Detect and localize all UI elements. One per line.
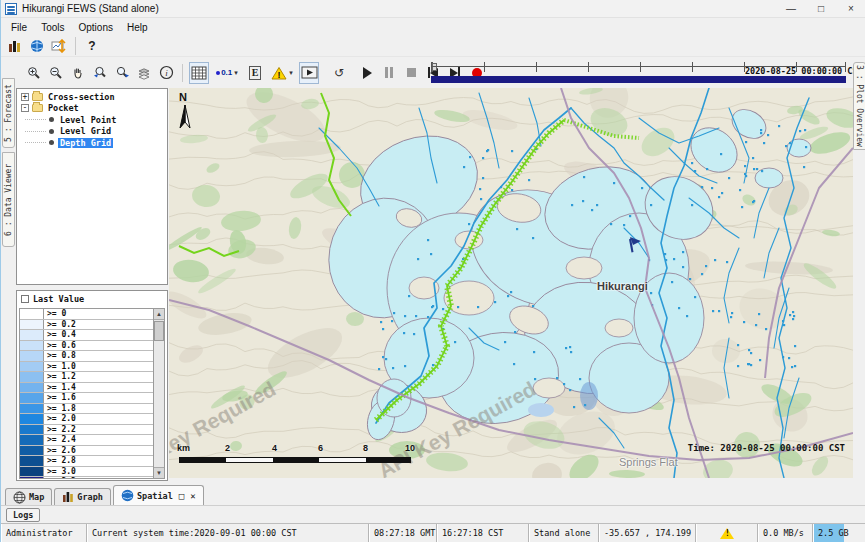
- animation-settings-icon[interactable]: ↺: [329, 62, 349, 84]
- legend-label: >= 0.4: [44, 330, 79, 340]
- legend-row: >= 1.0: [20, 362, 153, 373]
- help-button[interactable]: ?: [82, 35, 102, 57]
- pan-hand-icon[interactable]: [68, 62, 88, 84]
- app-logo-icon: [5, 3, 17, 15]
- tree-item-pocket[interactable]: -Pocket: [17, 103, 167, 115]
- menu-item-tools[interactable]: Tools: [34, 20, 71, 35]
- tree-item-label[interactable]: Depth Grid: [58, 138, 113, 148]
- time-slider-handle[interactable]: [432, 63, 437, 71]
- menu-item-file[interactable]: File: [4, 20, 34, 35]
- tab-forecast[interactable]: 5 : Forecast: [2, 78, 15, 148]
- close-icon[interactable]: ×: [836, 0, 865, 18]
- close-tab-icon[interactable]: ✕: [190, 491, 195, 501]
- timeseries-display-button[interactable]: [49, 35, 69, 57]
- logs-row: Logs: [1, 505, 865, 523]
- legend-swatch: [20, 341, 44, 351]
- tree-item-cross-section[interactable]: +Cross-section: [17, 91, 167, 103]
- zoom-out-icon[interactable]: [46, 62, 66, 84]
- legend-swatch: [20, 362, 44, 372]
- legend-swatch: [20, 372, 44, 382]
- stop-button[interactable]: [401, 62, 421, 84]
- precision-dot-icon: [216, 71, 220, 75]
- collapse-icon[interactable]: -: [21, 104, 29, 112]
- map-canvas[interactable]: [169, 88, 853, 478]
- layers-icon[interactable]: [134, 62, 154, 84]
- legend-label: >= 0: [44, 309, 69, 319]
- warnings-dropdown[interactable]: ! ▾: [267, 62, 297, 84]
- tab-plot-overview[interactable]: 3 : Plot Overview: [853, 62, 865, 150]
- tree-connector: [25, 119, 46, 120]
- legend-row: >= 1.2: [20, 372, 153, 383]
- zoom-previous-icon[interactable]: [90, 62, 110, 84]
- scale-tick-label: 2: [225, 443, 230, 453]
- minimize-icon[interactable]: —: [776, 0, 806, 18]
- pause-button[interactable]: [379, 62, 399, 84]
- tree-item-label[interactable]: Level Grid: [58, 126, 113, 136]
- status-warning[interactable]: [696, 524, 758, 542]
- legend-label: >= 1.2: [44, 372, 79, 382]
- scrollbar-thumb[interactable]: [154, 321, 164, 341]
- legend-scrollbar[interactable]: ▲ ▼: [153, 308, 165, 479]
- tree-item-level-grid[interactable]: Level Grid: [17, 126, 167, 138]
- legend-label: >= 3.0: [44, 467, 79, 477]
- warning-icon: !: [271, 66, 287, 80]
- legend-class-list: >= 0>= 0.2>= 0.4>= 0.6>= 0.8>= 1.0>= 1.2…: [19, 308, 154, 479]
- map-view[interactable]: API Key Required API Key Required N Hiku…: [169, 88, 853, 478]
- display-tabs: Map Graph Spatial □ ✕: [1, 483, 865, 505]
- zoom-in-icon[interactable]: [24, 62, 44, 84]
- tree-item-level-point[interactable]: Level Point: [17, 114, 167, 126]
- tree-item-label[interactable]: Level Point: [58, 115, 118, 125]
- legend-panel: Last Value >= 0>= 0.2>= 0.4>= 0.6>= 0.8>…: [16, 290, 168, 481]
- tab-graph[interactable]: Graph: [54, 488, 111, 505]
- scale-tick-label: 6: [318, 443, 323, 453]
- legend-row: >= 1.4: [20, 383, 153, 394]
- zoom-next-icon[interactable]: [112, 62, 132, 84]
- legend-row: >= 2.4: [20, 435, 153, 446]
- elevation-button[interactable]: E: [245, 62, 265, 84]
- status-local-time: 16:27:18 CST: [437, 524, 529, 542]
- legend-row: >= 0.8: [20, 351, 153, 362]
- map-display-button[interactable]: [27, 35, 47, 57]
- scale-bar: [179, 457, 411, 463]
- legend-row: >= 1.6: [20, 393, 153, 404]
- logs-button[interactable]: Logs: [6, 508, 40, 522]
- tree-item-label[interactable]: Pocket: [46, 103, 81, 113]
- info-icon[interactable]: i: [156, 62, 176, 84]
- wire-globe-icon: [13, 491, 26, 504]
- menu-item-help[interactable]: Help: [120, 20, 155, 35]
- tree-item-depth-grid[interactable]: Depth Grid: [17, 137, 167, 149]
- menu-item-options[interactable]: Options: [71, 20, 119, 35]
- tab-data-viewer[interactable]: 6 : Data Viewer: [2, 152, 15, 247]
- label-precision-dropdown[interactable]: 0.1 ▾: [211, 62, 243, 84]
- scroll-down-icon[interactable]: ▼: [154, 467, 164, 478]
- status-system-time: Current system time:2020-09-01 00:00 CST: [87, 524, 369, 542]
- undock-icon[interactable]: □: [179, 491, 184, 501]
- legend-label: >= 1.0: [44, 362, 79, 372]
- legend-label: >= 3.2: [44, 477, 79, 479]
- svg-text:i: i: [165, 68, 168, 78]
- legend-label: >= 2.4: [44, 435, 79, 445]
- tab-map[interactable]: Map: [5, 488, 52, 505]
- legend-row: >= 3.2: [20, 477, 153, 479]
- node-bullet-icon: [49, 117, 54, 122]
- database-viewer-button[interactable]: [5, 35, 25, 57]
- legend-row: >= 0.4: [20, 330, 153, 341]
- last-value-checkbox[interactable]: [21, 295, 29, 303]
- tree-connector: [25, 142, 46, 143]
- tab-spatial[interactable]: Spatial □ ✕: [113, 485, 204, 505]
- maximize-icon[interactable]: □: [806, 0, 836, 18]
- scroll-up-icon[interactable]: ▲: [154, 309, 164, 320]
- scale-tick-label: 4: [272, 443, 277, 453]
- precision-value: 0.1: [221, 68, 232, 77]
- tree-item-label[interactable]: Cross-section: [46, 92, 117, 102]
- animation-panel-button[interactable]: [299, 62, 319, 84]
- node-bullet-icon: [49, 140, 54, 145]
- status-memory: 2.5 GB: [813, 524, 865, 542]
- expand-icon[interactable]: +: [21, 93, 29, 101]
- grid-display-button[interactable]: [189, 62, 209, 84]
- status-bar: Administrator Current system time:2020-0…: [1, 523, 865, 542]
- application-window: Hikurangi FEWS (Stand alone) — □ × FileT…: [0, 0, 865, 542]
- play-button[interactable]: [357, 62, 377, 84]
- status-download-speed: 0.0 MB/s: [758, 524, 813, 542]
- legend-label: >= 1.8: [44, 404, 79, 414]
